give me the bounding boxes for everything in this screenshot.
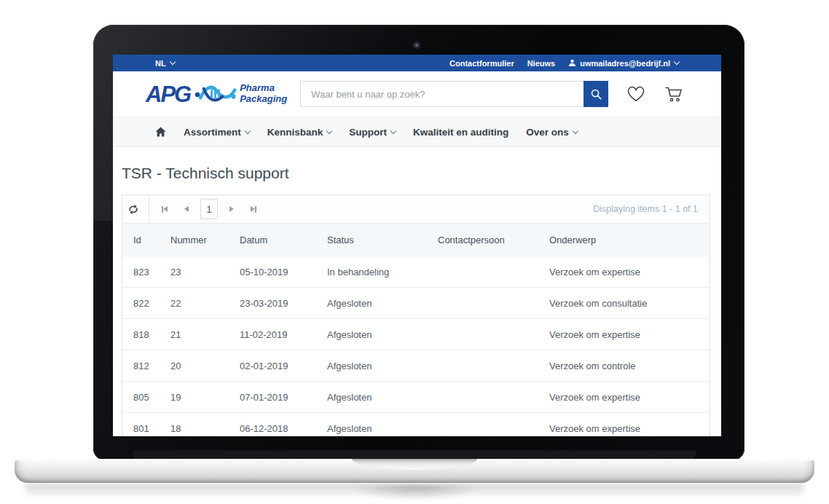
pager-separator xyxy=(149,195,149,223)
table-row[interactable]: 801 18 06-12-2018 Afgesloten Verzoek om … xyxy=(122,412,710,436)
cell-nummer: 23 xyxy=(160,267,229,277)
col-header-id[interactable]: Id xyxy=(122,235,160,245)
logo-tagline: Pharma Packaging xyxy=(240,83,287,105)
cell-datum: 02-01-2019 xyxy=(229,361,316,371)
cell-nummer: 18 xyxy=(160,423,229,434)
cell-onderwerp: Verzoek om expertise xyxy=(538,392,710,403)
contactformulier-link[interactable]: Contactformulier xyxy=(449,59,514,68)
nieuws-link[interactable]: Nieuws xyxy=(527,59,556,68)
cell-status: Afgesloten xyxy=(316,392,427,403)
nav-item-over-ons[interactable]: Over ons xyxy=(526,127,578,138)
tsr-grid: 1 Displaying items 1 - 1 of 1 Id Nummer … xyxy=(122,194,710,436)
refresh-icon xyxy=(127,204,139,215)
cell-datum: 05-10-2019 xyxy=(229,267,316,277)
cell-id: 818 xyxy=(122,329,160,340)
top-utility-bar: NL Contactformulier Nieuws uwmailadres@b… xyxy=(113,55,721,71)
account-email: uwmailadres@bedrijf.nl xyxy=(580,59,670,68)
table-header-row: Id Nummer Datum Status Contactpersoon On… xyxy=(122,224,710,256)
webcam-icon xyxy=(413,42,420,49)
cell-id: 823 xyxy=(122,267,160,277)
cell-status: Afgesloten xyxy=(316,329,427,340)
table-row[interactable]: 822 22 23-03-2019 Afgesloten Verzoek om … xyxy=(122,287,710,318)
cell-onderwerp: Verzoek om controle xyxy=(538,361,710,371)
nav-item-kwaliteit-en-auditing[interactable]: Kwaliteit en auditing xyxy=(413,127,508,138)
dna-helix-icon xyxy=(195,79,237,109)
laptop-reflection-center xyxy=(350,485,481,501)
nav-label: Assortiment xyxy=(184,127,241,138)
cell-nummer: 20 xyxy=(160,361,229,371)
pager-status: Displaying items 1 - 1 of 1 xyxy=(593,204,702,214)
cell-nummer: 22 xyxy=(160,298,229,309)
nav-label: Over ons xyxy=(526,127,569,138)
home-icon xyxy=(155,127,166,137)
search-icon xyxy=(590,88,602,101)
cell-id: 822 xyxy=(122,298,160,309)
refresh-button[interactable] xyxy=(122,195,144,223)
main-nav: Assortiment Kennisbank Support Kwaliteit… xyxy=(113,117,721,147)
cell-datum: 23-03-2019 xyxy=(229,298,316,309)
nav-item-assortiment[interactable]: Assortiment xyxy=(184,127,250,138)
col-header-onderwerp[interactable]: Onderwerp xyxy=(538,235,710,245)
chevron-down-icon xyxy=(674,59,680,65)
table-row[interactable]: 812 20 02-01-2019 Afgesloten Verzoek om … xyxy=(122,350,710,381)
cell-datum: 11-02-2019 xyxy=(229,329,316,340)
account-menu[interactable]: uwmailadres@bedrijf.nl xyxy=(568,59,679,68)
chevron-down-icon xyxy=(573,128,578,134)
cart-icon xyxy=(664,85,683,103)
cell-datum: 07-01-2019 xyxy=(229,392,316,403)
search-bar xyxy=(300,81,608,107)
arrow-right-icon xyxy=(229,206,234,212)
cell-id: 812 xyxy=(122,361,160,371)
search-input[interactable] xyxy=(300,81,584,107)
table-row[interactable]: 823 23 05-10-2019 In behandeling Verzoek… xyxy=(122,256,710,287)
site-header: APG Pharma Packaging xyxy=(113,71,721,117)
language-label: NL xyxy=(155,59,166,68)
logo[interactable]: APG Pharma Packaging xyxy=(146,79,287,109)
cart-button[interactable] xyxy=(664,85,683,103)
page-content: TSR - Technisch support xyxy=(113,147,721,436)
next-page-button[interactable] xyxy=(221,195,243,223)
table-row[interactable]: 805 19 07-01-2019 Afgesloten Verzoek om … xyxy=(122,381,710,412)
nav-item-support[interactable]: Support xyxy=(349,127,396,138)
cell-nummer: 19 xyxy=(160,392,229,403)
cell-id: 801 xyxy=(122,423,160,434)
nav-item-home[interactable] xyxy=(155,127,166,137)
heart-icon xyxy=(626,86,645,103)
previous-page-button[interactable] xyxy=(176,195,197,223)
page-title: TSR - Technisch support xyxy=(122,147,710,182)
page-number-button[interactable]: 1 xyxy=(200,199,218,219)
col-header-status[interactable]: Status xyxy=(316,235,427,245)
seek-last-icon xyxy=(255,206,256,213)
cell-status: In behandeling xyxy=(316,267,427,277)
language-selector[interactable]: NL xyxy=(155,59,175,68)
cell-status: Afgesloten xyxy=(316,298,427,309)
cell-nummer: 21 xyxy=(160,329,229,340)
table-row[interactable]: 818 21 11-02-2019 Afgesloten Verzoek om … xyxy=(122,318,710,350)
last-page-button[interactable] xyxy=(243,195,264,223)
cell-onderwerp: Verzoek om consultatie xyxy=(538,298,710,309)
cell-datum: 06-12-2018 xyxy=(229,423,316,434)
nav-label: Kwaliteit en auditing xyxy=(413,127,508,138)
chevron-down-icon xyxy=(169,59,175,65)
col-header-datum[interactable]: Datum xyxy=(229,235,316,245)
user-icon xyxy=(568,59,576,67)
wishlist-button[interactable] xyxy=(626,86,645,103)
grid-pager: 1 Displaying items 1 - 1 of 1 xyxy=(122,195,710,224)
nav-label: Kennisbank xyxy=(267,127,323,138)
browser-viewport: NL Contactformulier Nieuws uwmailadres@b… xyxy=(113,55,721,436)
chevron-down-icon xyxy=(326,128,332,134)
logo-apg-text: APG xyxy=(146,83,190,106)
cell-status: Afgesloten xyxy=(316,361,427,371)
cell-onderwerp: Verzoek om expertise xyxy=(538,329,710,340)
arrow-left-icon xyxy=(184,206,189,212)
cell-onderwerp: Verzoek om expertise xyxy=(538,267,710,277)
nav-label: Support xyxy=(349,127,387,138)
first-page-button[interactable] xyxy=(154,195,176,223)
topbar-right-links: Contactformulier Nieuws uwmailadres@bedr… xyxy=(449,59,679,68)
col-header-contactpersoon[interactable]: Contactpersoon xyxy=(427,235,538,245)
chevron-down-icon xyxy=(245,128,251,134)
search-button[interactable] xyxy=(584,81,608,107)
nav-item-kennisbank[interactable]: Kennisbank xyxy=(267,127,332,138)
col-header-nummer[interactable]: Nummer xyxy=(160,235,229,245)
cell-id: 805 xyxy=(122,392,160,403)
